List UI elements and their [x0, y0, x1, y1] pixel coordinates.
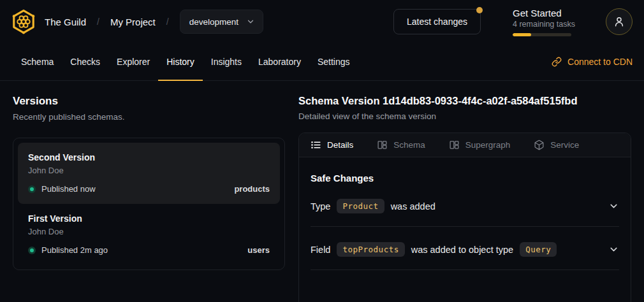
detail-tabbar: Details Schema Supergraph [299, 133, 631, 157]
app-header: The Guild / My Project / development Lat… [0, 0, 644, 43]
detail-tab-service[interactable]: Service [534, 140, 579, 150]
change-row-type-added[interactable]: Type Product was added [311, 186, 619, 227]
list-icon [311, 140, 321, 150]
header-actions: Latest changes Get Started 4 remaining t… [393, 8, 633, 36]
detail-tab-label: Details [327, 140, 353, 150]
nav-tab-insights[interactable]: Insights [203, 43, 250, 81]
change-text: Field [311, 245, 330, 255]
latest-changes-label: Latest changes [407, 17, 467, 27]
version-author: John Doe [28, 227, 270, 236]
versions-panel: Versions Recently published schemas. Sec… [13, 81, 285, 302]
hive-logo-icon[interactable] [10, 8, 37, 35]
detail-tab-schema[interactable]: Schema [377, 140, 425, 150]
detail-tab-label: Schema [393, 140, 425, 150]
change-code: Query [520, 242, 557, 257]
change-code: topProducts [337, 242, 404, 257]
change-code: Product [337, 199, 384, 213]
service-name: users [247, 245, 270, 255]
version-detail-panel: Schema Version 1d14db83-0933-4f4c-a02f-a… [298, 81, 631, 302]
main-nav: Schema Checks Explorer History Insights … [0, 43, 644, 81]
published-label: Published now [41, 184, 96, 194]
chevron-down-icon[interactable] [608, 244, 619, 255]
detail-tab-label: Supergraph [465, 140, 511, 150]
detail-tab-supergraph[interactable]: Supergraph [449, 140, 511, 150]
get-started-title: Get Started [513, 8, 573, 18]
versions-title: Versions [13, 95, 285, 108]
target-selector-value: development [189, 17, 238, 27]
nav-tab-schema[interactable]: Schema [13, 43, 62, 81]
nav-tab-settings[interactable]: Settings [309, 43, 358, 81]
notification-dot [476, 7, 483, 13]
detail-tab-details[interactable]: Details [311, 140, 353, 150]
versions-list: Second Version John Doe Published now pr… [13, 138, 285, 270]
breadcrumb-org[interactable]: The Guild [45, 17, 86, 27]
breadcrumb-separator: / [166, 17, 169, 27]
version-detail-box: Details Schema Supergraph [298, 133, 631, 302]
columns-icon [377, 140, 388, 150]
chevron-down-icon [246, 17, 255, 26]
user-icon [613, 15, 626, 28]
breadcrumb: The Guild / My Project / development [45, 10, 263, 34]
user-avatar[interactable] [606, 8, 633, 35]
target-selector[interactable]: development [180, 10, 263, 34]
version-card-second[interactable]: Second Version John Doe Published now pr… [18, 143, 280, 204]
nav-tab-history[interactable]: History [158, 43, 203, 81]
get-started-widget[interactable]: Get Started 4 remaining tasks [513, 8, 573, 36]
cube-icon [534, 140, 545, 150]
detail-tab-label: Service [550, 140, 579, 150]
schema-version-title: Schema Version 1d14db83-0933-4f4c-a02f-a… [298, 95, 631, 107]
nav-tab-laboratory[interactable]: Laboratory [250, 43, 309, 81]
columns-icon [449, 140, 460, 150]
version-name: First Version [28, 213, 270, 224]
get-started-subtitle: 4 remaining tasks [513, 20, 573, 29]
safe-changes-title: Safe Changes [311, 173, 619, 183]
change-text: was added to object type [411, 245, 513, 255]
main-content: Versions Recently published schemas. Sec… [0, 81, 644, 302]
breadcrumb-separator: / [97, 17, 99, 27]
service-name: products [234, 184, 270, 194]
detail-body: Safe Changes Type Product was added Fiel… [299, 157, 631, 270]
connect-cdn-link[interactable]: Connect to CDN [552, 43, 633, 80]
connect-cdn-label: Connect to CDN [567, 57, 633, 67]
latest-changes-button[interactable]: Latest changes [393, 9, 481, 34]
change-text: Type [311, 201, 330, 212]
schema-version-subtitle: Detailed view of the schema version [298, 111, 631, 121]
nav-tab-checks[interactable]: Checks [62, 43, 108, 81]
get-started-progressbar [513, 33, 571, 36]
published-dot-icon [30, 187, 34, 191]
nav-tab-explorer[interactable]: Explorer [108, 43, 158, 81]
change-text: was added [391, 201, 435, 212]
version-author: John Doe [28, 166, 270, 175]
link-icon [552, 57, 562, 67]
version-card-first[interactable]: First Version John Doe Published 2m ago … [18, 204, 280, 265]
change-row-field-added[interactable]: Field topProducts was added to object ty… [311, 229, 619, 270]
published-label: Published 2m ago [41, 245, 108, 255]
published-dot-icon [30, 248, 34, 252]
chevron-down-icon[interactable] [608, 201, 619, 212]
versions-subtitle: Recently published schemas. [13, 112, 285, 122]
progress-fill [513, 33, 531, 36]
breadcrumb-project[interactable]: My Project [110, 17, 156, 27]
version-name: Second Version [28, 152, 270, 162]
